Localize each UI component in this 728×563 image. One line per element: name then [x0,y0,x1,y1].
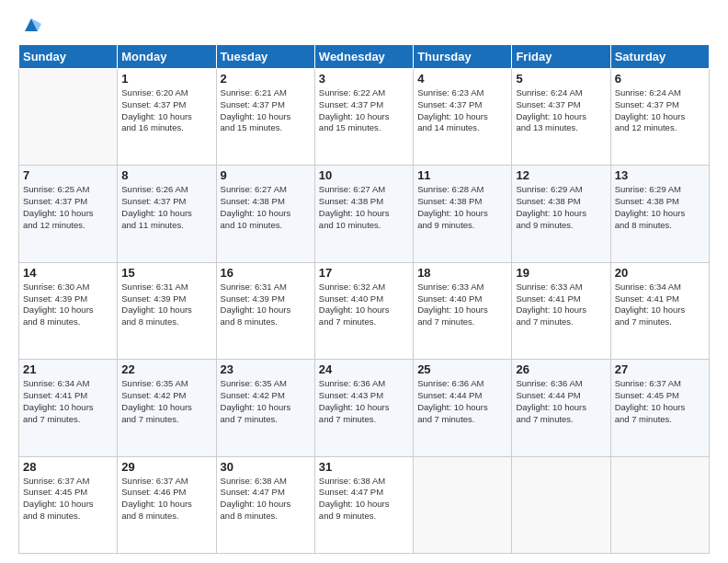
day-number: 1 [121,72,211,86]
calendar-cell: 5Sunrise: 6:24 AMSunset: 4:37 PMDaylight… [512,69,610,166]
day-info: Sunrise: 6:21 AMSunset: 4:37 PMDaylight:… [221,87,311,134]
day-info: Sunrise: 6:27 AMSunset: 4:38 PMDaylight:… [221,184,311,231]
day-info: Sunrise: 6:29 AMSunset: 4:38 PMDaylight:… [516,184,606,231]
day-number: 12 [516,168,606,182]
calendar-cell: 13Sunrise: 6:29 AMSunset: 4:38 PMDayligh… [610,166,709,262]
weekday-header-row: SundayMondayTuesdayWednesdayThursdayFrid… [19,45,710,69]
day-number: 8 [121,168,211,182]
weekday-header-saturday: Saturday [610,45,709,69]
calendar-cell: 6Sunrise: 6:24 AMSunset: 4:37 PMDaylight… [610,69,709,166]
calendar-cell: 10Sunrise: 6:27 AMSunset: 4:38 PMDayligh… [314,166,413,262]
calendar-cell [19,69,118,166]
day-info: Sunrise: 6:36 AMSunset: 4:43 PMDaylight:… [319,378,409,425]
day-number: 24 [319,362,409,376]
logo [18,17,41,35]
week-row-3: 21Sunrise: 6:34 AMSunset: 4:41 PMDayligh… [19,360,710,456]
day-number: 26 [516,362,606,376]
calendar-cell: 29Sunrise: 6:37 AMSunset: 4:46 PMDayligh… [118,456,216,553]
calendar-cell: 11Sunrise: 6:28 AMSunset: 4:38 PMDayligh… [414,166,512,262]
week-row-0: 1Sunrise: 6:20 AMSunset: 4:37 PMDaylight… [19,69,710,166]
calendar-cell: 16Sunrise: 6:31 AMSunset: 4:39 PMDayligh… [216,262,314,359]
logo-icon [21,15,41,35]
calendar-cell: 15Sunrise: 6:31 AMSunset: 4:39 PMDayligh… [118,262,216,359]
day-info: Sunrise: 6:36 AMSunset: 4:44 PMDaylight:… [417,378,507,425]
day-number: 31 [319,460,409,474]
day-info: Sunrise: 6:29 AMSunset: 4:38 PMDaylight:… [615,184,705,231]
calendar-cell: 22Sunrise: 6:35 AMSunset: 4:42 PMDayligh… [118,360,216,456]
calendar-cell: 26Sunrise: 6:36 AMSunset: 4:44 PMDayligh… [512,360,610,456]
day-info: Sunrise: 6:38 AMSunset: 4:47 PMDaylight:… [221,476,311,523]
day-info: Sunrise: 6:33 AMSunset: 4:41 PMDaylight:… [516,282,606,328]
page: SundayMondayTuesdayWednesdayThursdayFrid… [0,0,728,563]
weekday-header-monday: Monday [118,45,216,69]
calendar-cell: 17Sunrise: 6:32 AMSunset: 4:40 PMDayligh… [314,262,413,359]
day-info: Sunrise: 6:34 AMSunset: 4:41 PMDaylight:… [615,282,705,328]
calendar-cell: 2Sunrise: 6:21 AMSunset: 4:37 PMDaylight… [216,69,314,166]
day-info: Sunrise: 6:22 AMSunset: 4:37 PMDaylight:… [319,87,409,134]
calendar-cell [610,456,709,553]
header [18,17,710,35]
day-number: 9 [221,168,311,182]
calendar-cell: 30Sunrise: 6:38 AMSunset: 4:47 PMDayligh… [216,456,314,553]
day-info: Sunrise: 6:33 AMSunset: 4:40 PMDaylight:… [417,282,507,328]
day-number: 5 [516,72,606,86]
day-number: 7 [23,168,113,182]
calendar-table: SundayMondayTuesdayWednesdayThursdayFrid… [18,44,710,554]
day-number: 3 [319,72,409,86]
calendar-cell: 23Sunrise: 6:35 AMSunset: 4:42 PMDayligh… [216,360,314,456]
day-number: 22 [121,362,211,376]
day-info: Sunrise: 6:35 AMSunset: 4:42 PMDaylight:… [221,378,311,425]
calendar-cell: 3Sunrise: 6:22 AMSunset: 4:37 PMDaylight… [314,69,413,166]
day-number: 14 [23,266,113,280]
day-number: 25 [417,362,507,376]
calendar-cell: 12Sunrise: 6:29 AMSunset: 4:38 PMDayligh… [512,166,610,262]
calendar-cell: 28Sunrise: 6:37 AMSunset: 4:45 PMDayligh… [19,456,118,553]
day-info: Sunrise: 6:27 AMSunset: 4:38 PMDaylight:… [319,184,409,231]
day-number: 20 [615,266,705,280]
day-info: Sunrise: 6:37 AMSunset: 4:45 PMDaylight:… [23,476,113,523]
weekday-header-thursday: Thursday [414,45,512,69]
day-info: Sunrise: 6:28 AMSunset: 4:38 PMDaylight:… [417,184,507,231]
day-number: 29 [121,460,211,474]
calendar-cell: 18Sunrise: 6:33 AMSunset: 4:40 PMDayligh… [414,262,512,359]
day-number: 27 [615,362,705,376]
day-number: 13 [615,168,705,182]
day-number: 23 [221,362,311,376]
calendar-cell: 24Sunrise: 6:36 AMSunset: 4:43 PMDayligh… [314,360,413,456]
calendar-cell: 4Sunrise: 6:23 AMSunset: 4:37 PMDaylight… [414,69,512,166]
weekday-header-tuesday: Tuesday [216,45,314,69]
calendar-cell: 14Sunrise: 6:30 AMSunset: 4:39 PMDayligh… [19,262,118,359]
day-info: Sunrise: 6:34 AMSunset: 4:41 PMDaylight:… [23,378,113,425]
day-number: 6 [615,72,705,86]
day-number: 28 [23,460,113,474]
weekday-header-sunday: Sunday [19,45,118,69]
calendar-cell: 7Sunrise: 6:25 AMSunset: 4:37 PMDaylight… [19,166,118,262]
day-number: 30 [221,460,311,474]
day-number: 2 [221,72,311,86]
day-info: Sunrise: 6:37 AMSunset: 4:46 PMDaylight:… [121,476,211,523]
day-info: Sunrise: 6:36 AMSunset: 4:44 PMDaylight:… [516,378,606,425]
day-number: 19 [516,266,606,280]
day-info: Sunrise: 6:32 AMSunset: 4:40 PMDaylight:… [319,282,409,328]
day-number: 17 [319,266,409,280]
day-info: Sunrise: 6:24 AMSunset: 4:37 PMDaylight:… [615,87,705,134]
day-info: Sunrise: 6:23 AMSunset: 4:37 PMDaylight:… [417,87,507,134]
day-info: Sunrise: 6:38 AMSunset: 4:47 PMDaylight:… [319,476,409,523]
calendar-cell: 31Sunrise: 6:38 AMSunset: 4:47 PMDayligh… [314,456,413,553]
weekday-header-wednesday: Wednesday [314,45,413,69]
day-info: Sunrise: 6:25 AMSunset: 4:37 PMDaylight:… [23,184,113,231]
day-info: Sunrise: 6:35 AMSunset: 4:42 PMDaylight:… [121,378,211,425]
calendar-cell: 8Sunrise: 6:26 AMSunset: 4:37 PMDaylight… [118,166,216,262]
calendar-cell: 20Sunrise: 6:34 AMSunset: 4:41 PMDayligh… [610,262,709,359]
day-info: Sunrise: 6:31 AMSunset: 4:39 PMDaylight:… [121,282,211,328]
day-info: Sunrise: 6:26 AMSunset: 4:37 PMDaylight:… [121,184,211,231]
calendar-cell: 27Sunrise: 6:37 AMSunset: 4:45 PMDayligh… [610,360,709,456]
day-info: Sunrise: 6:31 AMSunset: 4:39 PMDaylight:… [221,282,311,328]
week-row-2: 14Sunrise: 6:30 AMSunset: 4:39 PMDayligh… [19,262,710,359]
day-number: 10 [319,168,409,182]
day-info: Sunrise: 6:37 AMSunset: 4:45 PMDaylight:… [615,378,705,425]
day-number: 4 [417,72,507,86]
day-number: 15 [121,266,211,280]
day-number: 16 [221,266,311,280]
week-row-4: 28Sunrise: 6:37 AMSunset: 4:45 PMDayligh… [19,456,710,553]
